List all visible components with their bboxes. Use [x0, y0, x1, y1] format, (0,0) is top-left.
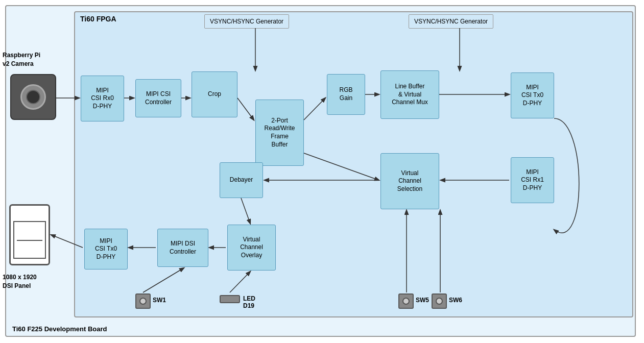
- block-virtual-channel-selection: Virtual Channel Selection: [380, 153, 439, 209]
- switch-sw5[interactable]: SW5: [398, 293, 414, 309]
- block-frame-buffer: 2-Port Read/Write Frame Buffer: [255, 100, 304, 166]
- block-virtual-channel-overlay: Virtual Channel Overlay: [227, 225, 276, 271]
- sw5-label: SW5: [416, 297, 429, 304]
- fpga-label: Ti60 FPGA: [80, 15, 116, 23]
- block-mipi-csi-rx0: MIPI CSI Rx0 D-PHY: [81, 76, 124, 121]
- camera-lens-inner: [26, 90, 40, 104]
- block-debayer: Debayer: [220, 162, 263, 198]
- dsi-panel: [9, 204, 50, 265]
- diagram-container: Ti60 F225 Development Board Ti60 FPGA Ra…: [0, 0, 644, 343]
- vsync-generator-1: VSYNC/HSYNC Generator: [204, 14, 289, 29]
- dsi-panel-line: [17, 240, 42, 241]
- block-rgb-gain: RGB Gain: [327, 74, 365, 115]
- block-mipi-csi-controller: MIPI CSI Controller: [135, 79, 181, 117]
- vsync-generator-2: VSYNC/HSYNC Generator: [409, 14, 493, 29]
- sw1-label: SW1: [153, 297, 166, 304]
- board-label: Ti60 F225 Development Board: [12, 325, 107, 333]
- block-mipi-csi-tx0-bottom: MIPI CSI Tx0 D-PHY: [84, 229, 128, 270]
- block-crop: Crop: [192, 71, 237, 117]
- dsi-panel-screen: [13, 221, 46, 259]
- camera-lens: [20, 84, 46, 110]
- sw6-label: SW6: [449, 297, 462, 304]
- dsi-label: 1080 x 1920 DSI Panel: [3, 273, 37, 290]
- switch-sw6[interactable]: SW6: [432, 293, 447, 309]
- block-mipi-csi-rx1: MIPI CSI Rx1 D-PHY: [511, 157, 554, 203]
- block-mipi-csi-tx0-top: MIPI CSI Tx0 D-PHY: [511, 72, 554, 118]
- camera: [10, 74, 56, 120]
- led-d19[interactable]: LED D19: [220, 295, 240, 303]
- block-line-buffer: Line Buffer & Virtual Channel Mux: [380, 70, 439, 119]
- block-mipi-dsi-controller: MIPI DSI Controller: [157, 229, 208, 267]
- switch-sw1[interactable]: SW1: [135, 293, 151, 309]
- led-label: LED D19: [243, 295, 255, 309]
- camera-label: Raspberry Pi v2 Camera: [3, 51, 40, 68]
